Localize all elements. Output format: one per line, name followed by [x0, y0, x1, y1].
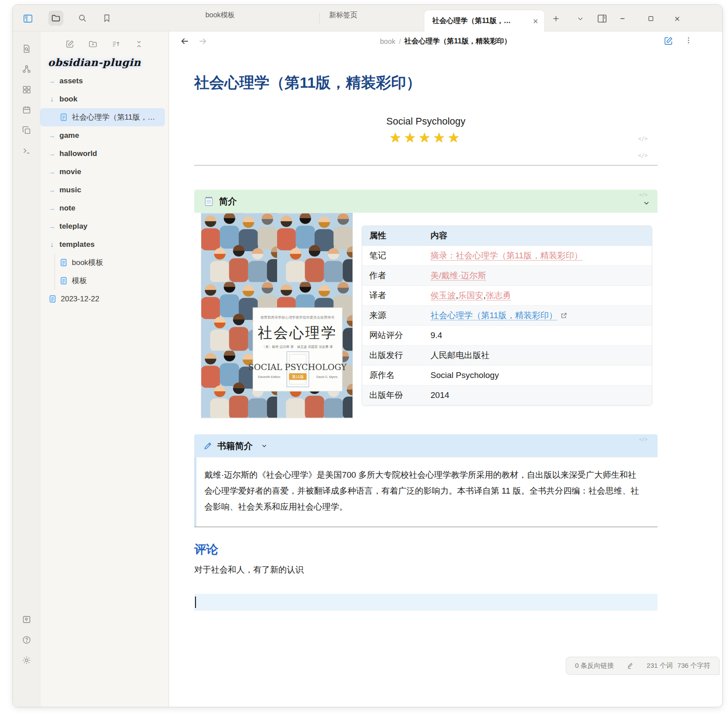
new-tab-button[interactable]: [548, 11, 564, 26]
obsidian-window: book模板 新标签页 社会心理学（第11版，…: [12, 4, 723, 707]
row-value: 9.4: [423, 325, 652, 345]
toggle-edit-mode-button[interactable]: [663, 36, 673, 46]
external-link-icon[interactable]: [560, 312, 568, 319]
tree-item-folder[interactable]: ↓book: [40, 90, 165, 108]
toggle-left-sidebar-button[interactable]: [20, 11, 35, 26]
row-label: 网站评分: [362, 325, 423, 345]
collapse-all-button[interactable]: [133, 38, 145, 50]
breadcrumb-folder[interactable]: book: [380, 38, 395, 46]
plus-icon: [552, 14, 560, 23]
new-folder-button[interactable]: [87, 38, 99, 50]
tree-item-folder[interactable]: →game: [40, 126, 165, 144]
tree-item-label: templates: [59, 240, 94, 249]
tree-item-file[interactable]: 模板: [40, 272, 165, 290]
tree-item-folder[interactable]: →teleplay: [40, 217, 165, 235]
graph-view-button[interactable]: [19, 62, 34, 77]
translator-link[interactable]: 张志勇: [486, 291, 511, 300]
breadcrumb-current[interactable]: 社会心理学（第11版，精装彩印）: [404, 37, 511, 46]
row-label: 原作名: [362, 365, 423, 385]
note-link[interactable]: 摘录：社会心理学（第11版，精装彩印）: [431, 251, 583, 260]
new-folder-icon: [88, 39, 98, 49]
files-tab-button[interactable]: [48, 11, 63, 26]
tree-item-folder[interactable]: ↓templates: [40, 235, 165, 253]
folder-collapsed-icon: →: [48, 77, 55, 85]
code-widget-icon[interactable]: </>: [639, 436, 648, 442]
collapse-callout-button[interactable]: [261, 442, 268, 449]
help-button[interactable]: [19, 632, 34, 647]
tab-new-tab[interactable]: 新标签页: [305, 11, 381, 20]
comment-text[interactable]: 对于社会和人，有了新的认识: [194, 564, 658, 576]
quick-switcher-button[interactable]: [19, 41, 34, 56]
settings-button[interactable]: [19, 653, 34, 668]
tree-item-label: game: [59, 131, 79, 140]
book-cover-image[interactable]: 教育部高等学校心理学教学指导委员会推荐用书 社会心理学 〔美〕戴维·迈尔斯 著 …: [201, 213, 353, 418]
sort-icon: [111, 39, 121, 49]
tree-item-label: movie: [59, 168, 81, 176]
intro-callout-header[interactable]: 简介 </>: [194, 190, 658, 213]
author-link[interactable]: 美/戴维·迈尔斯: [431, 271, 486, 280]
folder-expanded-icon: ↓: [48, 95, 55, 103]
translator-link[interactable]: 侯玉波: [431, 291, 456, 300]
backlinks-count[interactable]: 0 条反向链接: [575, 662, 614, 670]
sort-order-button[interactable]: [110, 38, 122, 50]
row-label: 出版年份: [362, 385, 423, 405]
view-header: book / 社会心理学（第11版，精装彩印）: [169, 31, 722, 51]
collapse-callout-button[interactable]: [642, 199, 650, 207]
terminal-icon: [22, 146, 31, 156]
minimize-window-button[interactable]: [615, 11, 630, 26]
minimize-icon: [618, 15, 626, 23]
table-row: 作者 美/戴维·迈尔斯: [362, 265, 652, 285]
code-widget-icon[interactable]: </>: [638, 136, 648, 142]
vault-switcher-button[interactable]: [19, 612, 34, 627]
title-bar: book模板 新标签页 社会心理学（第11版，…: [13, 5, 722, 31]
tree-item-folder[interactable]: →assets: [40, 72, 165, 90]
code-widget-icon[interactable]: </>: [638, 152, 648, 159]
tab-list-dropdown-button[interactable]: [573, 11, 588, 26]
tab-book-template[interactable]: book模板: [181, 11, 259, 20]
tree-item-folder[interactable]: →movie: [40, 163, 165, 181]
tree-item-file[interactable]: book模板: [40, 253, 165, 272]
note-content: 社会心理学（第11版，精装彩印） Social Psychology ★★★★★…: [169, 51, 722, 707]
note-title[interactable]: 社会心理学（第11版，精装彩印）: [194, 73, 658, 92]
word-count[interactable]: 231 个词: [647, 662, 673, 670]
close-tab-icon[interactable]: [532, 18, 539, 25]
tree-item-label: halloworld: [59, 149, 97, 158]
tree-item-folder[interactable]: →note: [40, 199, 165, 217]
text-cursor: [195, 596, 196, 608]
canvas-button[interactable]: [19, 82, 34, 97]
comments-heading[interactable]: 评论: [194, 542, 658, 557]
folder-icon: [51, 13, 61, 23]
tree-item-file[interactable]: 2023-12-22: [40, 290, 165, 308]
chevron-down-icon: [642, 199, 650, 207]
maximize-window-button[interactable]: [643, 11, 658, 26]
close-window-button[interactable]: [669, 11, 685, 26]
tree-item-folder[interactable]: →halloworld: [40, 144, 165, 163]
new-note-button[interactable]: [64, 38, 76, 50]
edit-mode-icon[interactable]: [626, 662, 634, 670]
calendar-button[interactable]: [19, 102, 34, 117]
tab-active-note[interactable]: 社会心理学（第11版，…: [424, 10, 545, 32]
search-tab-button[interactable]: [75, 11, 90, 26]
tree-item-file[interactable]: 社会心理学（第11版，…: [40, 108, 165, 126]
file-icon: [59, 113, 68, 121]
folder-collapsed-icon: →: [48, 186, 55, 194]
terminal-button[interactable]: [19, 143, 34, 158]
intro-callout-title: 简介: [219, 195, 237, 207]
cover-meta-block: Social Psychology ★★★★★: [194, 116, 658, 145]
summary-callout-header[interactable]: 书籍简介 </>: [194, 434, 658, 457]
code-widget-icon[interactable]: </>: [639, 192, 648, 198]
tree-item-folder[interactable]: →music: [40, 181, 165, 199]
summary-callout-body: 戴维·迈尔斯的《社会心理学》是美国700 多所大专院校社会心理学教学所采用的教材…: [194, 457, 658, 526]
vault-title[interactable]: obsidian-plugin: [48, 56, 168, 68]
active-edit-line[interactable]: [194, 594, 658, 611]
char-count[interactable]: 736 个字符: [677, 662, 710, 670]
maximize-icon: [647, 15, 654, 22]
translator-link[interactable]: 乐国安: [458, 291, 483, 300]
folder-collapsed-icon: →: [48, 150, 55, 158]
source-external-link[interactable]: 社会心理学（第11版，精装彩印）: [431, 311, 557, 320]
properties-table: 属性 内容 笔记 摘录：社会心理学（第11版，精装彩印） 作者 美/戴维·迈尔斯: [362, 226, 652, 405]
more-options-button[interactable]: [684, 36, 693, 45]
toggle-right-sidebar-button[interactable]: [595, 11, 610, 26]
templates-insert-button[interactable]: [19, 123, 34, 138]
bookmarks-tab-button[interactable]: [99, 11, 114, 26]
